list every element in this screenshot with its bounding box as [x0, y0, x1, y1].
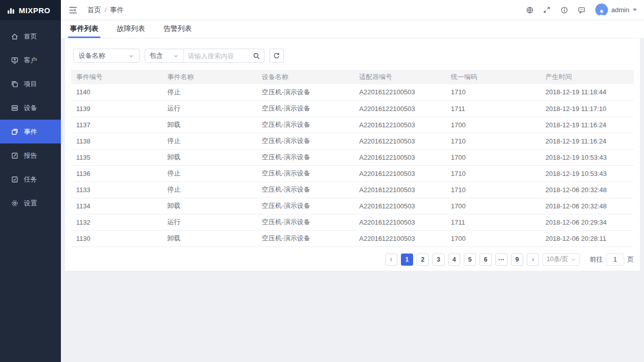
- tab-event-list[interactable]: 事件列表: [70, 24, 98, 38]
- customer-icon: [11, 56, 19, 64]
- tabs-bar: 事件列表 故障列表 告警列表: [61, 20, 644, 39]
- cell-adapter-id: A22016122100503: [354, 133, 446, 149]
- sidebar-item-reports[interactable]: 报告: [0, 143, 61, 167]
- avatar: [595, 4, 608, 16]
- column-header: 事件编号: [71, 70, 162, 84]
- cell-adapter-id: A22016122100503: [354, 230, 446, 246]
- search-input[interactable]: [184, 49, 249, 62]
- cell-event-name: 运行: [162, 100, 257, 117]
- page-button-3[interactable]: 3: [432, 254, 445, 266]
- cell-event-name: 卸载: [162, 149, 257, 165]
- operator-select[interactable]: 包含: [145, 49, 184, 62]
- settings-icon: [11, 199, 19, 207]
- fullscreen-icon[interactable]: [538, 3, 556, 17]
- sidebar-item-events[interactable]: 事件: [0, 120, 61, 143]
- sidebar-item-label: 任务: [24, 175, 37, 184]
- cell-event-id: 1139: [71, 100, 162, 117]
- cell-event-id: 1138: [71, 133, 162, 149]
- tab-alarm-list[interactable]: 告警列表: [163, 24, 192, 38]
- table-row[interactable]: 1134卸载空压机-演示设备A2201612210050317002018-12…: [71, 198, 634, 214]
- cell-adapter-id: A22016122100503: [354, 117, 446, 133]
- cell-adapter-id: A22016122100503: [354, 84, 446, 100]
- page-button-9[interactable]: 9: [511, 254, 523, 266]
- next-page-button[interactable]: [527, 254, 539, 266]
- chevron-down-icon: [173, 53, 179, 59]
- sidebar-item-label: 项目: [24, 80, 37, 89]
- refresh-button[interactable]: [269, 49, 284, 63]
- breadcrumb-home[interactable]: 首页: [87, 6, 101, 15]
- home-icon: [11, 32, 19, 41]
- info-icon[interactable]: [556, 3, 573, 17]
- cell-created-time: 2018-12-19 10:53:43: [540, 149, 634, 165]
- page-size-select[interactable]: 10条/页: [543, 254, 580, 266]
- user-menu[interactable]: admin: [595, 4, 637, 16]
- sidebar-item-customers[interactable]: 客户: [0, 48, 61, 72]
- globe-icon[interactable]: [521, 3, 538, 17]
- cell-event-name: 卸载: [162, 230, 257, 246]
- field-select[interactable]: 设备名称: [73, 49, 140, 63]
- top-bar-actions: admin: [521, 3, 637, 17]
- sidebar-item-settings[interactable]: 设置: [0, 191, 61, 215]
- table-row[interactable]: 1137卸载空压机-演示设备A2201612210050317002018-12…: [71, 117, 634, 133]
- sidebar-item-devices[interactable]: 设备: [0, 96, 61, 120]
- table-row[interactable]: 1133停止空压机-演示设备A2201612210050317102018-12…: [71, 182, 634, 198]
- cell-created-time: 2018-12-06 20:32:48: [540, 182, 634, 198]
- column-header: 设备名称: [257, 70, 354, 84]
- event-list-card: 设备名称 包含: [65, 39, 640, 271]
- table-row[interactable]: 1138停止空压机-演示设备A2201612210050317102018-12…: [71, 133, 634, 149]
- sidebar-item-label: 事件: [24, 127, 37, 136]
- table-row[interactable]: 1132运行空压机-演示设备A2201612210050317112018-12…: [71, 214, 634, 230]
- page-button-2[interactable]: 2: [417, 254, 429, 266]
- cell-unified-code: 1710: [446, 182, 540, 198]
- cell-created-time: 2018-12-19 10:53:43: [540, 165, 634, 182]
- sidebar-item-projects[interactable]: 项目: [0, 72, 61, 96]
- sidebar-item-home[interactable]: 首页: [0, 24, 61, 48]
- table-row[interactable]: 1140停止空压机-演示设备A2201612210050317102018-12…: [71, 84, 634, 100]
- top-bar: 首页 / 事件: [61, 0, 644, 20]
- cell-unified-code: 1711: [446, 100, 540, 117]
- page-button-4[interactable]: 4: [448, 254, 460, 266]
- event-icon: [11, 128, 19, 136]
- page-button-5[interactable]: 5: [464, 254, 476, 266]
- app: MIXPRO 首页 客户 项目 设备 事件: [0, 0, 644, 362]
- prev-page-button[interactable]: [385, 254, 397, 266]
- cell-adapter-id: A22016122100503: [354, 100, 446, 117]
- tab-fault-list[interactable]: 故障列表: [117, 24, 145, 38]
- table-row[interactable]: 1136停止空压机-演示设备A2201612210050317102018-12…: [71, 165, 634, 182]
- cell-adapter-id: A22016122100503: [354, 165, 446, 182]
- cell-unified-code: 1711: [446, 214, 540, 230]
- sidebar-item-tasks[interactable]: 任务: [0, 167, 61, 191]
- table-row[interactable]: 1139运行空压机-演示设备A2201612210050317112018-12…: [71, 100, 634, 117]
- sidebar: MIXPRO 首页 客户 项目 设备 事件: [0, 0, 61, 362]
- page-button-1[interactable]: 1: [401, 254, 413, 266]
- table-row[interactable]: 1130卸载空压机-演示设备A2201612210050317002018-12…: [71, 230, 634, 246]
- brand-name: MIXPRO: [19, 6, 50, 15]
- cell-device-name: 空压机-演示设备: [257, 149, 354, 165]
- more-pages-button[interactable]: ···: [495, 254, 507, 266]
- cell-event-id: 1135: [71, 149, 162, 165]
- field-select-value: 设备名称: [79, 51, 105, 60]
- cell-created-time: 2018-12-19 11:18:44: [540, 84, 634, 100]
- cell-event-id: 1140: [71, 84, 162, 100]
- tab-label: 故障列表: [117, 24, 145, 32]
- cell-device-name: 空压机-演示设备: [257, 100, 354, 117]
- sidebar-collapse-icon[interactable]: [66, 3, 80, 17]
- chevron-down-icon: [633, 9, 637, 11]
- cell-device-name: 空压机-演示设备: [257, 230, 354, 246]
- page-button-6[interactable]: 6: [480, 254, 492, 266]
- goto-page-input[interactable]: [606, 254, 624, 266]
- cell-unified-code: 1710: [446, 165, 540, 182]
- message-icon[interactable]: [573, 3, 590, 17]
- sidebar-item-label: 客户: [24, 56, 37, 65]
- search-icon[interactable]: [249, 49, 264, 62]
- cell-device-name: 空压机-演示设备: [257, 198, 354, 214]
- search-toolbar: 设备名称 包含: [73, 39, 634, 63]
- table-row[interactable]: 1135卸载空压机-演示设备A2201612210050317002018-12…: [71, 149, 634, 165]
- cell-unified-code: 1700: [446, 117, 540, 133]
- tab-label: 告警列表: [163, 24, 192, 32]
- main-area: 首页 / 事件: [61, 0, 644, 362]
- cell-device-name: 空压机-演示设备: [257, 133, 354, 149]
- sidebar-item-label: 报告: [24, 151, 37, 160]
- cell-adapter-id: A22016122100503: [354, 149, 446, 165]
- cell-created-time: 2018-12-19 11:16:24: [540, 117, 634, 133]
